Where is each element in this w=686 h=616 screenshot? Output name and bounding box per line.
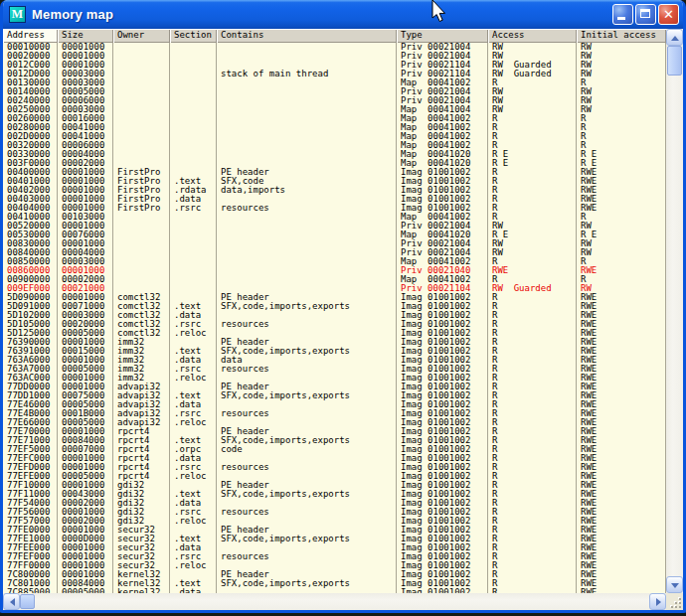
horizontal-scroll-track[interactable] <box>35 593 649 610</box>
column-header-address[interactable]: Address <box>3 29 58 43</box>
scroll-down-button[interactable] <box>666 576 683 593</box>
table-row[interactable]: 0052000000001000Priv 00021004RWRW <box>3 222 666 231</box>
table-row[interactable]: 77F5600000001000gdi32.rsrcresourcesImag … <box>3 508 666 517</box>
table-row[interactable]: 77F5400000002000gdi32.dataImag 01001002R… <box>3 499 666 508</box>
table-row[interactable]: 0024000000006000Priv 00021004RWRW <box>3 96 666 105</box>
close-button[interactable]: ✕ <box>658 4 679 25</box>
cell-type: Imag 01001002 <box>397 508 488 517</box>
table-row[interactable]: 5D09100000071000comctl32.textSFX,code,im… <box>3 302 666 311</box>
cell-contains: PE header <box>217 338 397 347</box>
cell-type: Priv 00021004 <box>397 96 488 105</box>
table-row[interactable]: 5D10500000020000comctl32.rsrcresourcesIm… <box>3 320 666 329</box>
cell-section <box>170 96 217 105</box>
table-row[interactable]: 5D10200000003000comctl32.dataImag 010010… <box>3 311 666 320</box>
table-row[interactable]: 77FF000000001000secur32.relocImag 010010… <box>3 561 666 570</box>
cell-access: R <box>488 418 577 427</box>
table-row[interactable]: 0028000000041000Map 00041002RR <box>3 123 666 132</box>
table-row[interactable]: 0040400000001000FirstPro.rsrcresourcesIm… <box>3 204 666 213</box>
vertical-scroll-thumb[interactable] <box>667 46 682 76</box>
cell-section: .rsrc <box>170 320 217 329</box>
table-row[interactable]: 77F1100000043000gdi32.textSFX,code,impor… <box>3 490 666 499</box>
table-row[interactable]: 763A700000005000imm32.rsrcresourcesImag … <box>3 365 666 374</box>
table-row[interactable]: 77DD100000075000advapi32.textSFX,code,im… <box>3 391 666 400</box>
table-row[interactable]: 009EF00000021000Priv 00021104RW GuardedR… <box>3 284 666 293</box>
table-row[interactable]: 0040100000001000FirstPro.textSFX,codeIma… <box>3 177 666 186</box>
table-row[interactable]: 77FE10000000D000secur32.textSFX,code,imp… <box>3 535 666 543</box>
vertical-scroll-track[interactable] <box>666 76 683 576</box>
table-row[interactable]: 77E4600000005000advapi32.dataImag 010010… <box>3 400 666 409</box>
table-row[interactable]: 0085000000003000Map 00041002RR <box>3 257 666 266</box>
column-header-size[interactable]: Size <box>58 29 113 43</box>
table-row[interactable]: 0086000000001000Priv 00021040RWERWE <box>3 266 666 275</box>
table-row[interactable]: 0025000000003000Map 00041004RWRW <box>3 105 666 114</box>
column-header-owner[interactable]: Owner <box>113 29 170 43</box>
table-row[interactable]: 7639100000015000imm32.textSFX,code,impor… <box>3 347 666 356</box>
table-row[interactable]: 0090000000002000Map 00041002RR <box>3 275 666 284</box>
cell-address: 00330000 <box>3 150 58 159</box>
table-row[interactable]: 763AC00000001000imm32.relocImag 01001002… <box>3 374 666 383</box>
scroll-up-button[interactable] <box>666 29 683 46</box>
horizontal-scroll-thumb[interactable] <box>20 594 35 609</box>
scroll-left-button[interactable] <box>3 593 20 610</box>
table-row[interactable]: 77E4B0000001B000advapi32.rsrcresourcesIm… <box>3 409 666 418</box>
table-row[interactable]: 763A600000001000imm32.datadataImag 01001… <box>3 356 666 365</box>
column-header-contains[interactable]: Contains <box>217 29 397 43</box>
table-row[interactable]: 0040300000001000FirstPro.dataImag 010010… <box>3 195 666 204</box>
scroll-right-button[interactable] <box>649 593 666 610</box>
cell-initial-access: RWE <box>577 481 666 490</box>
table-row[interactable]: 0033000000004000Map 00041020R ER E <box>3 150 666 159</box>
titlebar[interactable]: M Memory map ✕ <box>3 0 683 29</box>
cell-section <box>170 213 217 222</box>
table-row[interactable]: 77F5700000002000gdi32.relocImag 01001002… <box>3 517 666 526</box>
column-header-initial-access[interactable]: Initial access <box>577 29 666 43</box>
column-header-section[interactable]: Section <box>170 29 217 43</box>
maximize-button[interactable] <box>635 4 656 25</box>
table-row[interactable]: 77E7100000084000rpcrt4.textSFX,code,impo… <box>3 436 666 445</box>
table-row[interactable]: 0041000000103000Map 00041002RR <box>3 213 666 222</box>
table-row[interactable]: 77EFD00000001000rpcrt4.rsrcresourcesImag… <box>3 463 666 472</box>
cell-access: R E <box>488 231 577 239</box>
table-row[interactable]: 77E7000000001000rpcrt4PE headerImag 0100… <box>3 427 666 436</box>
cell-access: R <box>488 132 577 141</box>
table-row[interactable]: 0040200000001000FirstPro.rdatadata,impor… <box>3 186 666 195</box>
table-row[interactable]: 0012C00000001000Priv 00021104RW GuardedR… <box>3 61 666 70</box>
table-row[interactable]: 77F1000000001000gdi32PE headerImag 01001… <box>3 481 666 490</box>
table-row[interactable]: 0012D00000003000stack of main threadPriv… <box>3 70 666 78</box>
table-row[interactable]: 7639000000001000imm32PE headerImag 01001… <box>3 338 666 347</box>
cell-owner: gdi32 <box>113 490 170 499</box>
table-row[interactable]: 0084000000004000Priv 00021004RWRW <box>3 248 666 257</box>
table-row[interactable]: 77E6600000005000advapi32.relocImag 01001… <box>3 418 666 427</box>
table-row[interactable]: 7C80000000001000kernel32PE headerImag 01… <box>3 570 666 579</box>
table-row[interactable]: 77EFC00000001000rpcrt4.dataImag 01001002… <box>3 454 666 463</box>
table-row[interactable]: 77FE000000001000secur32PE headerImag 010… <box>3 526 666 535</box>
table-row[interactable]: 77EFE00000005000rpcrt4.relocImag 0100100… <box>3 472 666 481</box>
table-row[interactable]: 77DD000000001000advapi32PE headerImag 01… <box>3 383 666 391</box>
table-row[interactable]: 5D12500000005000comctl32.relocImag 01001… <box>3 329 666 338</box>
table-row[interactable]: 0026000000016000Map 00041002RR <box>3 114 666 123</box>
cell-section <box>170 141 217 150</box>
vertical-scrollbar[interactable] <box>666 29 683 593</box>
column-header-type[interactable]: Type <box>397 29 488 43</box>
cell-size: 00001000 <box>58 561 113 570</box>
horizontal-scrollbar[interactable] <box>3 593 666 610</box>
table-row[interactable]: 002D000000041000Map 00041002RR <box>3 132 666 141</box>
minimize-button[interactable] <box>612 4 633 25</box>
cell-address: 00320000 <box>3 141 58 150</box>
table-row[interactable]: 77FEF00000001000secur32.rsrcresourcesIma… <box>3 552 666 561</box>
cell-contains <box>217 43 397 52</box>
column-header-access[interactable]: Access <box>488 29 577 43</box>
table-row[interactable]: 0032000000006000Map 00041002RR <box>3 141 666 150</box>
resize-grip[interactable] <box>666 593 683 610</box>
table-row[interactable]: 7C80100000084000kernel32.textSFX,code,im… <box>3 579 666 588</box>
table-row[interactable]: 0001000000001000Priv 00021004RWRW <box>3 43 666 52</box>
table-row[interactable]: 5D09000000001000comctl32PE headerImag 01… <box>3 293 666 302</box>
table-row[interactable]: 0040000000001000FirstProPE headerImag 01… <box>3 168 666 177</box>
table-row[interactable]: 0014000000005000Priv 00021004RWRW <box>3 87 666 96</box>
table-row[interactable]: 77EF500000007000rpcrt4.orpccodeImag 0100… <box>3 445 666 454</box>
table-row[interactable]: 0002000000001000Priv 00021004RWRW <box>3 52 666 61</box>
table-row[interactable]: 0083000000001000Priv 00021004RWRW <box>3 239 666 248</box>
table-row[interactable]: 0013000000003000Map 00041002RR <box>3 78 666 87</box>
table-row[interactable]: 0053000000076000Map 00041020R ER E <box>3 231 666 239</box>
table-row[interactable]: 77FEE00000001000secur32.dataImag 0100100… <box>3 543 666 552</box>
table-row[interactable]: 003F000000002000Map 00041020R ER E <box>3 159 666 168</box>
